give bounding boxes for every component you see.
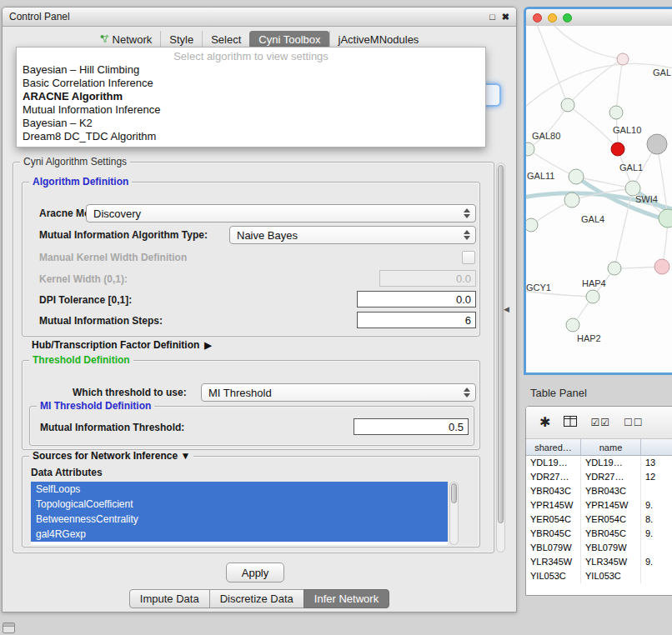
network-node[interactable] [617,53,629,65]
cell: YBR043C [581,484,641,498]
algorithm-definition-group: Algorithm Definition Aracne Mode: Discov… [22,182,480,337]
float-window-icon[interactable]: □ [489,12,495,22]
network-view-window: GAL80GAL11GAL10GAL1SWI4GAL4GCY1HAP4HAP2G… [524,7,672,375]
clear-checks-icon[interactable]: ☐☐ [624,418,644,428]
close-window-icon[interactable]: ✖ [502,12,509,22]
columns-icon[interactable] [564,416,577,429]
control-panel-tabbar: NetworkStyleSelectCyni ToolboxjActiveMNo… [3,31,516,48]
network-node[interactable] [561,98,574,112]
tab-jactivemnodules[interactable]: jActiveMNodules [329,31,428,48]
apply-button[interactable]: Apply [226,562,284,582]
cell: 8. [641,512,672,527]
table-row[interactable]: YBR043CYBR043C [526,484,672,498]
bottom-tab-discretize-data[interactable]: Discretize Data [209,589,304,608]
hub-definition-disclosure[interactable]: Hub/Transcription Factor Definition ▶ [32,339,212,351]
cell: YDR27… [526,470,581,484]
network-node[interactable] [569,169,584,184]
gear-icon[interactable]: ✱ [539,416,550,429]
splitter-collapse-icon[interactable]: ◀ [504,305,509,313]
network-node[interactable] [526,218,538,232]
dpi-tolerance-field[interactable] [357,291,476,308]
attribute-item-gal4rgexp[interactable]: gal4RGexp [31,527,448,542]
tab-label: jActiveMNodules [339,33,419,46]
minimize-traffic-light-icon[interactable] [548,13,557,22]
disclosure-right-icon[interactable]: ▶ [204,340,211,351]
attribute-item-betweennesscentrality[interactable]: BetweennessCentrality [31,512,448,527]
column-header-name[interactable]: name [581,439,641,456]
control-panel-window: Control Panel □ ✖ NetworkStyleSelectCyni… [2,7,517,612]
manual-kernel-label: Manual Kernel Width Definition [39,252,187,263]
table-row[interactable]: YDR27…YDR27…12 [526,470,672,484]
cyni-settings-title: Cyni Algorithm Settings [20,156,130,168]
network-node[interactable] [586,290,599,303]
mi-threshold-field[interactable] [354,418,469,435]
network-node[interactable] [564,192,579,208]
table-row[interactable]: YBR045CYBR045C9. [526,527,672,541]
aracne-mode-select[interactable]: Discovery [86,204,476,222]
mi-steps-field[interactable] [357,312,476,328]
table-row[interactable]: YIL053CYIL053C [526,569,672,583]
docked-panel-icon[interactable] [3,622,15,633]
network-node[interactable] [566,318,579,332]
table-row[interactable]: YER054CYER054C8. [526,512,672,527]
settings-scrollbar[interactable] [496,162,505,552]
cell [641,484,672,498]
dropdown-item-basic-correlation-inference[interactable]: Basic Correlation Inference [17,77,485,90]
table-row[interactable]: YDL19…YDL19…13 [526,456,672,470]
sources-title-label: Sources for Network Inference [33,450,178,462]
tab-style[interactable]: Style [160,31,202,48]
dropdown-items: Bayesian – Hill ClimbingBasic Correlatio… [17,63,485,143]
scrollbar-thumb[interactable] [498,165,504,523]
which-threshold-select[interactable]: MI Threshold [201,383,476,402]
dropdown-item-bayesian-k2[interactable]: Bayesian – K2 [17,117,485,130]
control-panel-titlebar[interactable]: Control Panel □ ✖ [3,8,516,27]
tab-network[interactable]: Network [92,31,161,48]
dropdown-prompt: Select algorithm to view settings [17,49,485,63]
node-label-gal80: GAL80 [532,131,560,141]
node-label-gal10: GAL10 [613,125,641,135]
manual-kernel-checkbox[interactable] [462,251,475,264]
cell [641,569,672,583]
cell: YBL079W [581,541,641,555]
attribute-item-topologicalcoefficient[interactable]: TopologicalCoefficient [31,497,448,512]
cell: 9. [641,555,672,569]
dropdown-item-bayesian-hill-climbing[interactable]: Bayesian – Hill Climbing [17,63,485,77]
table-row[interactable]: YPR145WYPR145W9. [526,498,672,512]
column-header-extra[interactable] [641,439,672,456]
bottom-tab-impute-data[interactable]: Impute Data [129,589,210,608]
sources-title[interactable]: Sources for Network Inference ▼ [29,450,193,462]
cell: 9. [641,498,672,512]
mi-threshold-label: Mutual Information Threshold: [40,422,184,433]
table-row[interactable]: YLR345WYLR345W9. [526,555,672,569]
tab-select[interactable]: Select [202,31,249,48]
column-header-shared[interactable]: shared… [526,439,581,456]
node-label-swi4: SWI4 [635,194,658,204]
network-window-titlebar[interactable] [526,9,672,27]
network-canvas[interactable]: GAL80GAL11GAL10GAL1SWI4GAL4GCY1HAP4HAP2G… [526,26,672,372]
mi-threshold-title: MI Threshold Definition [37,400,154,412]
zoom-traffic-light-icon[interactable] [563,13,572,22]
network-node[interactable] [654,259,669,274]
network-node[interactable] [611,142,624,156]
dropdown-item-aracne-algorithm[interactable]: ARACNE Algorithm [17,90,485,103]
disclosure-down-icon[interactable]: ▼ [180,450,190,462]
attributes-list-scrollbar[interactable] [449,482,459,545]
attribute-item-selfloops[interactable]: SelfLoops [31,482,448,497]
node-label-hap4: HAP4 [582,278,606,288]
table-panel-window: ✱ ☑☑ ☐☐ shared…name YDL19…YDL19…13YDR27…… [525,406,672,596]
scrollbar-thumb[interactable] [451,483,457,503]
data-attributes-list[interactable]: SelfLoopsTopologicalCoefficientBetweenne… [31,482,448,545]
network-node[interactable] [608,262,621,275]
tab-cyni-toolbox[interactable]: Cyni Toolbox [249,31,328,48]
tab-label: Cyni Toolbox [258,33,320,46]
dropdown-item-dream8-dc-tdc-algorithm[interactable]: Dream8 DC_TDC Algorithm [17,130,485,143]
select-all-checks-icon[interactable]: ☑☑ [590,418,610,428]
mi-algorithm-type-select[interactable]: Naive Bayes [229,226,476,244]
dropdown-item-mutual-information-inference[interactable]: Mutual Information Inference [17,103,485,117]
table-row[interactable]: YBL079WYBL079W [526,541,672,555]
network-node[interactable] [647,134,667,154]
mi-threshold-group: MI Threshold Definition Mutual Informati… [29,406,474,446]
bottom-tab-infer-network[interactable]: Infer Network [303,589,389,608]
network-node[interactable] [609,106,623,119]
close-traffic-light-icon[interactable] [533,13,542,22]
